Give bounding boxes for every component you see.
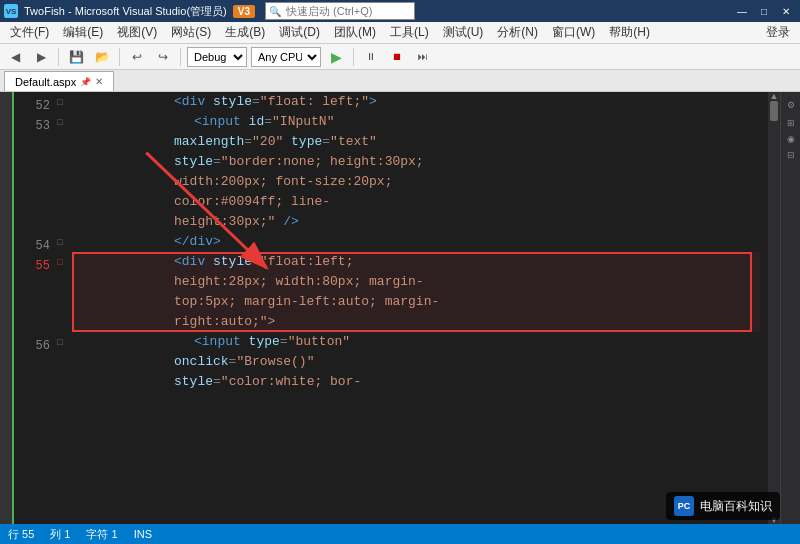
marker-56c1 [54,352,66,372]
line-55-cont1 [16,276,50,296]
line-55-cont3 [16,316,50,336]
menu-help[interactable]: 帮助(H) [603,22,656,43]
code-line-55-c2: top:5px; margin-left:auto; margin- [74,292,760,312]
debug-dropdown[interactable]: Debug [187,47,247,67]
line-53: 53 [16,116,50,136]
run-button[interactable]: ▶ [325,47,347,67]
search-icon: 🔍 [266,6,284,17]
marker-54[interactable]: □ [54,232,66,252]
line-numbers: 52 53 54 55 56 [14,92,54,524]
marker-53c5 [54,212,66,232]
menu-login[interactable]: 登录 [760,22,796,43]
line-53-cont5 [16,216,50,236]
line-54: 54 [16,236,50,256]
tab-label: Default.aspx [15,76,76,88]
line-55-cont2 [16,296,50,316]
code-line-55: <div style="float:left; [74,252,760,272]
line-53-cont3 [16,176,50,196]
cpu-dropdown[interactable]: Any CPU [251,47,321,67]
marker-53c1 [54,132,66,152]
status-col: 列 1 [50,527,70,542]
maximize-button[interactable]: □ [754,3,774,19]
separator-1 [58,48,59,66]
main-area: 52 53 54 55 56 □ □ □ □ [0,92,800,524]
marker-56[interactable]: □ [54,332,66,352]
code-line-53-c5: height:30px;" /> [74,212,760,232]
marker-55[interactable]: □ [54,252,66,272]
menu-tools[interactable]: 工具(L) [384,22,435,43]
debug-start[interactable]: ⏸ [360,47,382,67]
marker-55c3 [54,312,66,332]
quick-search-input[interactable] [284,3,414,19]
code-line-53-c4: color:#0094ff; line- [74,192,760,212]
menu-test[interactable]: 测试(U) [437,22,490,43]
title-bar-left: VS TwoFish - Microsoft Visual Studio(管理员… [4,2,419,20]
menu-view[interactable]: 视图(V) [111,22,163,43]
line-53-cont2 [16,156,50,176]
editor-gutter [0,92,14,524]
title-bar: VS TwoFish - Microsoft Visual Studio(管理员… [0,0,800,22]
code-line-56: <input type="button" [74,332,760,352]
menu-file[interactable]: 文件(F) [4,22,55,43]
undo-button[interactable]: ↩ [126,47,148,67]
marker-53[interactable]: □ [54,112,66,132]
code-line-53: <input id="INputN" [74,112,760,132]
code-content[interactable]: <div style="float: left;"> <input id="IN… [66,92,768,524]
scroll-up-arrow[interactable]: ▲ [768,92,780,100]
marker-55c1 [54,272,66,292]
status-bar: 行 55 列 1 字符 1 INS [0,524,800,544]
scroll-track[interactable] [768,100,780,516]
code-line-56-c2: style="color:white; bor- [74,372,760,392]
sidebar-icon-3[interactable]: ◉ [785,132,797,146]
code-line-53-c3: width:200px; font-size:20px; [74,172,760,192]
menu-build[interactable]: 生成(B) [219,22,271,43]
version-badge: V3 [233,5,255,18]
sidebar-icon-4[interactable]: ⊟ [785,148,797,162]
menu-website[interactable]: 网站(S) [165,22,217,43]
toolbar: ◀ ▶ 💾 📂 ↩ ↪ Debug Any CPU ▶ ⏸ ⏹ ⏭ [0,44,800,70]
line-55: 55 [16,256,50,276]
status-char: 字符 1 [86,527,117,542]
scroll-thumb[interactable] [770,101,778,121]
menu-edit[interactable]: 编辑(E) [57,22,109,43]
marker-53c3 [54,172,66,192]
vs-logo: VS [4,4,18,18]
sidebar-icon-1[interactable]: ⚙ [786,96,796,114]
tab-default-aspx[interactable]: Default.aspx 📌 ✕ [4,71,114,91]
code-line-53-c1: maxlength="20" type="text" [74,132,760,152]
line-53-cont4 [16,196,50,216]
code-line-53-c2: style="border:none; height:30px; [74,152,760,172]
code-line-55-c1: height:28px; width:80px; margin- [74,272,760,292]
line-56: 56 [16,336,50,356]
tab-close-icon[interactable]: ✕ [95,76,103,87]
back-button[interactable]: ◀ [4,47,26,67]
debug-stop[interactable]: ⏹ [386,47,408,67]
status-row: 行 55 [8,527,34,542]
marker-52[interactable]: □ [54,92,66,112]
separator-3 [180,48,181,66]
code-editor[interactable]: 52 53 54 55 56 □ □ □ □ [14,92,780,524]
vertical-scrollbar[interactable]: ▲ ▼ [768,92,780,524]
window-controls[interactable]: — □ ✕ [732,3,796,19]
menu-analyze[interactable]: 分析(N) [491,22,544,43]
menu-bar: 文件(F) 编辑(E) 视图(V) 网站(S) 生成(B) 调试(D) 团队(M… [0,22,800,44]
debug-step[interactable]: ⏭ [412,47,434,67]
separator-2 [119,48,120,66]
watermark-icon: PC [674,496,694,516]
close-button[interactable]: ✕ [776,3,796,19]
menu-debug[interactable]: 调试(D) [273,22,326,43]
save-button[interactable]: 💾 [65,47,87,67]
line-56-cont2 [16,376,50,396]
tab-pin-icon: 📌 [80,77,91,87]
quick-search-bar[interactable]: 🔍 [265,2,415,20]
line-56-cont1 [16,356,50,376]
menu-window[interactable]: 窗口(W) [546,22,601,43]
minimize-button[interactable]: — [732,3,752,19]
redo-button[interactable]: ↪ [152,47,174,67]
separator-4 [353,48,354,66]
forward-button[interactable]: ▶ [30,47,52,67]
open-button[interactable]: 📂 [91,47,113,67]
menu-team[interactable]: 团队(M) [328,22,382,43]
watermark-badge: PC 电脑百科知识 [666,492,780,520]
sidebar-icon-2[interactable]: ⊞ [785,116,797,130]
